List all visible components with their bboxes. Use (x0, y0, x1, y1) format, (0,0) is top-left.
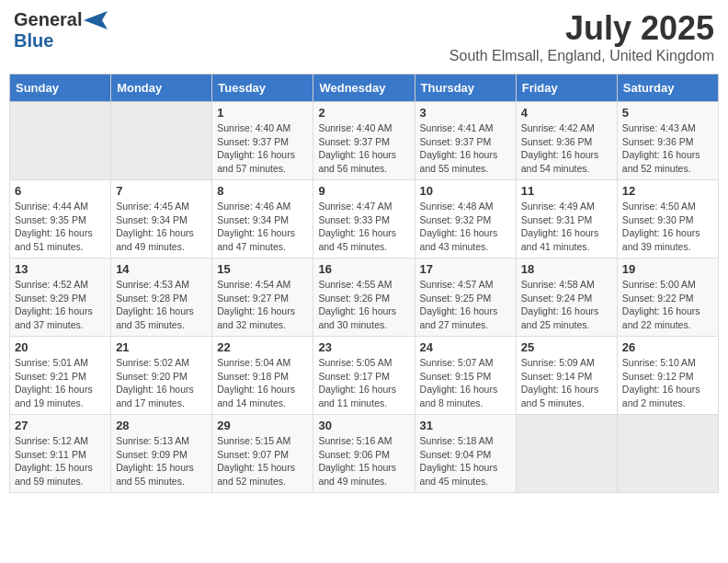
location-subtitle: South Elmsall, England, United Kingdom (449, 48, 714, 64)
day-info: Sunrise: 4:55 AM Sunset: 9:26 PM Dayligh… (318, 278, 409, 332)
day-number: 8 (217, 184, 308, 198)
header-tuesday: Tuesday (212, 75, 313, 102)
day-number: 9 (318, 184, 409, 198)
day-info: Sunrise: 4:46 AM Sunset: 9:34 PM Dayligh… (217, 200, 308, 254)
calendar-cell: 31Sunrise: 5:18 AM Sunset: 9:04 PM Dayli… (415, 415, 516, 493)
day-number: 21 (116, 340, 207, 354)
day-info: Sunrise: 4:40 AM Sunset: 9:37 PM Dayligh… (318, 121, 409, 176)
day-number: 29 (217, 419, 308, 432)
day-info: Sunrise: 5:15 AM Sunset: 9:07 PM Dayligh… (217, 434, 308, 488)
day-number: 6 (15, 184, 106, 198)
day-number: 1 (217, 106, 308, 120)
day-info: Sunrise: 5:16 AM Sunset: 9:06 PM Dayligh… (318, 434, 409, 488)
header-monday: Monday (111, 75, 212, 102)
day-info: Sunrise: 4:52 AM Sunset: 9:29 PM Dayligh… (15, 278, 106, 332)
day-number: 26 (622, 340, 713, 354)
logo-general-text: General (14, 9, 82, 30)
calendar-cell: 23Sunrise: 5:05 AM Sunset: 9:17 PM Dayli… (313, 337, 415, 415)
calendar-cell (516, 415, 617, 493)
calendar-cell: 29Sunrise: 5:15 AM Sunset: 9:07 PM Dayli… (212, 415, 313, 493)
day-number: 11 (521, 184, 612, 198)
day-number: 23 (318, 340, 409, 354)
calendar-cell: 17Sunrise: 4:57 AM Sunset: 9:25 PM Dayli… (415, 259, 516, 337)
header-friday: Friday (516, 75, 617, 102)
day-number: 12 (622, 184, 713, 198)
calendar-cell: 24Sunrise: 5:07 AM Sunset: 9:15 PM Dayli… (415, 337, 516, 415)
calendar-week-row: 6Sunrise: 4:44 AM Sunset: 9:35 PM Daylig… (10, 180, 719, 259)
calendar-cell: 11Sunrise: 4:49 AM Sunset: 9:31 PM Dayli… (516, 180, 617, 259)
logo: General Blue (14, 9, 108, 52)
day-number: 18 (521, 262, 612, 276)
header-wednesday: Wednesday (313, 75, 415, 102)
day-number: 22 (217, 340, 308, 354)
day-number: 4 (521, 106, 612, 120)
calendar-cell: 25Sunrise: 5:09 AM Sunset: 9:14 PM Dayli… (516, 337, 617, 415)
day-info: Sunrise: 4:58 AM Sunset: 9:24 PM Dayligh… (521, 278, 612, 332)
calendar-table: SundayMondayTuesdayWednesdayThursdayFrid… (9, 74, 719, 493)
calendar-cell: 18Sunrise: 4:58 AM Sunset: 9:24 PM Dayli… (516, 259, 617, 337)
day-info: Sunrise: 4:40 AM Sunset: 9:37 PM Dayligh… (217, 121, 308, 176)
day-number: 16 (318, 262, 409, 276)
calendar-cell: 8Sunrise: 4:46 AM Sunset: 9:34 PM Daylig… (212, 180, 313, 259)
calendar-cell: 2Sunrise: 4:40 AM Sunset: 9:37 PM Daylig… (313, 102, 415, 180)
day-info: Sunrise: 5:01 AM Sunset: 9:21 PM Dayligh… (15, 356, 106, 410)
calendar-week-row: 20Sunrise: 5:01 AM Sunset: 9:21 PM Dayli… (10, 337, 719, 415)
header-saturday: Saturday (617, 75, 718, 102)
calendar-cell: 30Sunrise: 5:16 AM Sunset: 9:06 PM Dayli… (313, 415, 415, 493)
day-number: 17 (420, 262, 511, 276)
day-number: 7 (116, 184, 207, 198)
calendar-cell: 19Sunrise: 5:00 AM Sunset: 9:22 PM Dayli… (617, 259, 718, 337)
calendar-cell: 10Sunrise: 4:48 AM Sunset: 9:32 PM Dayli… (415, 180, 516, 259)
calendar-cell: 6Sunrise: 4:44 AM Sunset: 9:35 PM Daylig… (10, 180, 111, 259)
logo-bird-icon (84, 11, 108, 29)
calendar-cell: 5Sunrise: 4:43 AM Sunset: 9:36 PM Daylig… (617, 102, 718, 180)
day-info: Sunrise: 4:49 AM Sunset: 9:31 PM Dayligh… (521, 200, 612, 254)
day-number: 2 (318, 106, 409, 120)
day-info: Sunrise: 4:53 AM Sunset: 9:28 PM Dayligh… (116, 278, 207, 332)
day-info: Sunrise: 4:48 AM Sunset: 9:32 PM Dayligh… (420, 200, 511, 254)
header-thursday: Thursday (415, 75, 516, 102)
month-title: July 2025 (449, 9, 714, 48)
day-info: Sunrise: 4:43 AM Sunset: 9:36 PM Dayligh… (622, 121, 713, 176)
svg-marker-0 (84, 11, 108, 29)
day-number: 30 (318, 419, 409, 432)
day-info: Sunrise: 5:13 AM Sunset: 9:09 PM Dayligh… (116, 434, 207, 488)
calendar-week-row: 13Sunrise: 4:52 AM Sunset: 9:29 PM Dayli… (10, 259, 719, 337)
calendar-cell: 27Sunrise: 5:12 AM Sunset: 9:11 PM Dayli… (10, 415, 111, 493)
day-info: Sunrise: 5:10 AM Sunset: 9:12 PM Dayligh… (622, 356, 713, 410)
calendar-cell: 28Sunrise: 5:13 AM Sunset: 9:09 PM Dayli… (111, 415, 212, 493)
day-number: 28 (116, 419, 207, 432)
title-area: July 2025 South Elmsall, England, United… (449, 9, 714, 64)
day-number: 25 (521, 340, 612, 354)
day-info: Sunrise: 4:44 AM Sunset: 9:35 PM Dayligh… (15, 200, 106, 254)
day-number: 14 (116, 262, 207, 276)
day-info: Sunrise: 4:47 AM Sunset: 9:33 PM Dayligh… (318, 200, 409, 254)
day-number: 20 (15, 340, 106, 354)
calendar-cell (10, 102, 111, 180)
day-info: Sunrise: 5:07 AM Sunset: 9:15 PM Dayligh… (420, 356, 511, 410)
calendar-cell: 14Sunrise: 4:53 AM Sunset: 9:28 PM Dayli… (111, 259, 212, 337)
calendar-cell (617, 415, 718, 493)
calendar-week-row: 1Sunrise: 4:40 AM Sunset: 9:37 PM Daylig… (10, 102, 719, 180)
calendar-cell: 12Sunrise: 4:50 AM Sunset: 9:30 PM Dayli… (617, 180, 718, 259)
calendar-cell: 13Sunrise: 4:52 AM Sunset: 9:29 PM Dayli… (10, 259, 111, 337)
day-info: Sunrise: 4:57 AM Sunset: 9:25 PM Dayligh… (420, 278, 511, 332)
day-number: 10 (420, 184, 511, 198)
day-info: Sunrise: 4:50 AM Sunset: 9:30 PM Dayligh… (622, 200, 713, 254)
day-info: Sunrise: 4:42 AM Sunset: 9:36 PM Dayligh… (521, 121, 612, 176)
calendar-cell: 7Sunrise: 4:45 AM Sunset: 9:34 PM Daylig… (111, 180, 212, 259)
day-number: 24 (420, 340, 511, 354)
calendar-cell: 22Sunrise: 5:04 AM Sunset: 9:18 PM Dayli… (212, 337, 313, 415)
day-info: Sunrise: 4:54 AM Sunset: 9:27 PM Dayligh… (217, 278, 308, 332)
day-info: Sunrise: 5:00 AM Sunset: 9:22 PM Dayligh… (622, 278, 713, 332)
day-number: 27 (15, 419, 106, 432)
day-info: Sunrise: 5:18 AM Sunset: 9:04 PM Dayligh… (420, 434, 511, 488)
calendar-cell: 20Sunrise: 5:01 AM Sunset: 9:21 PM Dayli… (10, 337, 111, 415)
calendar-cell (111, 102, 212, 180)
day-number: 3 (420, 106, 511, 120)
calendar-cell: 26Sunrise: 5:10 AM Sunset: 9:12 PM Dayli… (617, 337, 718, 415)
day-info: Sunrise: 5:09 AM Sunset: 9:14 PM Dayligh… (521, 356, 612, 410)
day-info: Sunrise: 5:05 AM Sunset: 9:17 PM Dayligh… (318, 356, 409, 410)
calendar-cell: 15Sunrise: 4:54 AM Sunset: 9:27 PM Dayli… (212, 259, 313, 337)
calendar-cell: 21Sunrise: 5:02 AM Sunset: 9:20 PM Dayli… (111, 337, 212, 415)
